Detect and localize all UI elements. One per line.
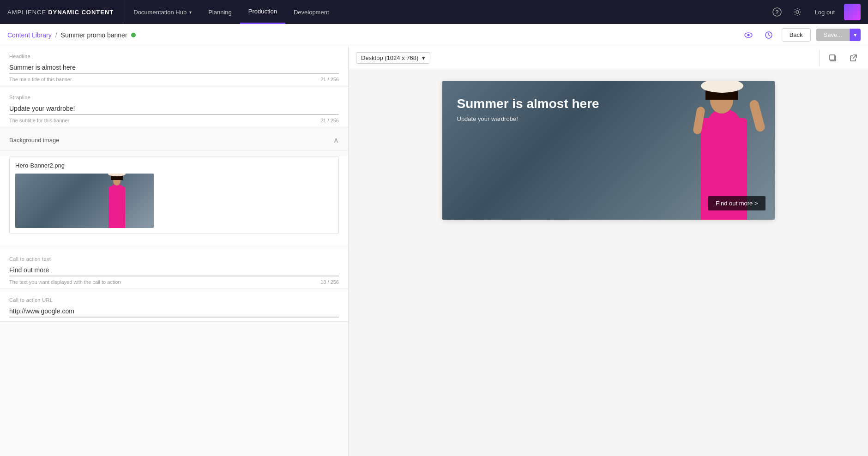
banner-cta[interactable]: Find out more > xyxy=(708,196,765,210)
user-avatar[interactable] xyxy=(844,4,861,20)
nav-label-development: Development xyxy=(294,9,329,16)
nav-label-docs: Documentation Hub xyxy=(133,9,187,16)
cta-text-hint: The text you want displayed with the cal… xyxy=(9,279,121,285)
strapline-input[interactable] xyxy=(9,103,339,115)
breadcrumb-separator: / xyxy=(55,31,57,39)
strapline-count: 21 / 256 xyxy=(320,118,339,123)
banner-preview: Summer is almost here Update your wardro… xyxy=(442,81,775,220)
cta-text-count: 13 / 256 xyxy=(320,279,339,285)
bw-arm-right xyxy=(748,99,766,133)
preview-area: Summer is almost here Update your wardro… xyxy=(349,70,868,456)
headline-label: Headline xyxy=(9,54,339,59)
brand: AMPLIENCE DYNAMIC CONTENT xyxy=(7,9,114,16)
banner-text-area: Summer is almost here Update your wardro… xyxy=(457,96,599,122)
logout-button[interactable]: Log out xyxy=(809,9,840,16)
left-panel: Headline The main title of this banner 2… xyxy=(0,46,349,456)
woman-figure xyxy=(98,174,135,228)
nav-item-docs[interactable]: Documentation Hub ▾ xyxy=(125,0,200,24)
torso xyxy=(110,184,124,197)
save-btn-group: Save... ▾ xyxy=(816,29,861,41)
banner-strapline: Update your wardrobe! xyxy=(457,115,599,122)
history-icon-btn[interactable] xyxy=(761,28,776,42)
brand-amplience: AMPLIENCE xyxy=(7,9,46,16)
nav-label-planning: Planning xyxy=(208,9,232,16)
headline-count: 21 / 256 xyxy=(320,77,339,82)
nav-separator xyxy=(123,0,123,24)
breadcrumb-current: Summer promo banner xyxy=(61,31,127,39)
strapline-hint: The subtitle for this banner xyxy=(9,118,69,123)
main-layout: Headline The main title of this banner 2… xyxy=(0,46,868,456)
preview-toolbar: Desktop (1024 x 768) ▾ xyxy=(349,46,868,70)
breadcrumb-bar: Content Library / Summer promo banner Ba… xyxy=(0,24,868,46)
svg-rect-7 xyxy=(830,55,835,60)
nav-label-production: Production xyxy=(248,8,277,15)
breadcrumb-actions: Back Save... ▾ xyxy=(741,28,861,42)
back-button[interactable]: Back xyxy=(782,28,811,42)
top-nav: AMPLIENCE DYNAMIC CONTENT Documentation … xyxy=(0,0,868,24)
cta-text-meta: The text you want displayed with the cal… xyxy=(9,279,339,285)
nav-item-planning[interactable]: Planning xyxy=(200,0,240,24)
svg-point-2 xyxy=(796,11,799,13)
bg-image-section-header: Background image ∧ xyxy=(0,128,348,150)
image-preview xyxy=(15,174,154,228)
headline-input[interactable] xyxy=(9,62,339,74)
strapline-label: Strapline xyxy=(9,95,339,100)
preview-icon-btn[interactable] xyxy=(741,28,756,42)
hat-crown xyxy=(111,174,122,174)
status-dot xyxy=(131,33,136,37)
viewport-label: Desktop (1024 x 768) xyxy=(361,54,418,61)
save-button[interactable]: Save... xyxy=(816,29,850,41)
settings-icon-btn[interactable] xyxy=(789,4,806,20)
svg-point-4 xyxy=(747,34,749,36)
brand-dc: DYNAMIC CONTENT xyxy=(48,9,114,16)
image-card: Hero-Banner2.png xyxy=(9,156,339,234)
help-icon-btn[interactable]: ? xyxy=(769,4,785,20)
copy-icon-btn[interactable] xyxy=(826,51,840,66)
breadcrumb: Content Library / Summer promo banner xyxy=(7,31,136,39)
bg-image-section-title: Background image xyxy=(9,137,59,144)
viewport-chevron: ▾ xyxy=(422,54,425,61)
save-dropdown-button[interactable]: ▾ xyxy=(850,29,861,41)
cta-text-input[interactable] xyxy=(9,264,339,276)
right-panel: Desktop (1024 x 768) ▾ xyxy=(349,46,868,456)
nav-item-production[interactable]: Production xyxy=(240,0,285,24)
banner-headline: Summer is almost here xyxy=(457,96,599,112)
preview-divider xyxy=(820,50,820,66)
breadcrumb-link[interactable]: Content Library xyxy=(7,31,52,39)
headline-field-group: Headline The main title of this banner 2… xyxy=(0,46,348,86)
cta-text-field-group: Call to action text The text you want di… xyxy=(0,249,348,289)
chevron-down-icon: ▾ xyxy=(189,10,192,15)
svg-text:?: ? xyxy=(775,9,779,16)
image-name: Hero-Banner2.png xyxy=(15,162,333,169)
collapse-icon[interactable]: ∧ xyxy=(333,136,339,144)
cta-url-field-group: Call to action URL xyxy=(0,290,348,322)
cta-url-input[interactable] xyxy=(9,306,339,318)
cta-url-label: Call to action URL xyxy=(9,297,339,303)
headline-meta: The main title of this banner 21 / 256 xyxy=(9,77,339,82)
nav-item-development[interactable]: Development xyxy=(285,0,338,24)
external-link-icon-btn[interactable] xyxy=(846,51,861,66)
cta-text-label: Call to action text xyxy=(9,256,339,262)
strapline-meta: The subtitle for this banner 21 / 256 xyxy=(9,118,339,123)
bw-hat-crown xyxy=(710,81,733,84)
nav-right: ? Log out xyxy=(769,4,868,20)
headline-hint: The main title of this banner xyxy=(9,77,72,82)
strapline-field-group: Strapline The subtitle for this banner 2… xyxy=(0,87,348,127)
viewport-select[interactable]: Desktop (1024 x 768) ▾ xyxy=(356,52,430,64)
